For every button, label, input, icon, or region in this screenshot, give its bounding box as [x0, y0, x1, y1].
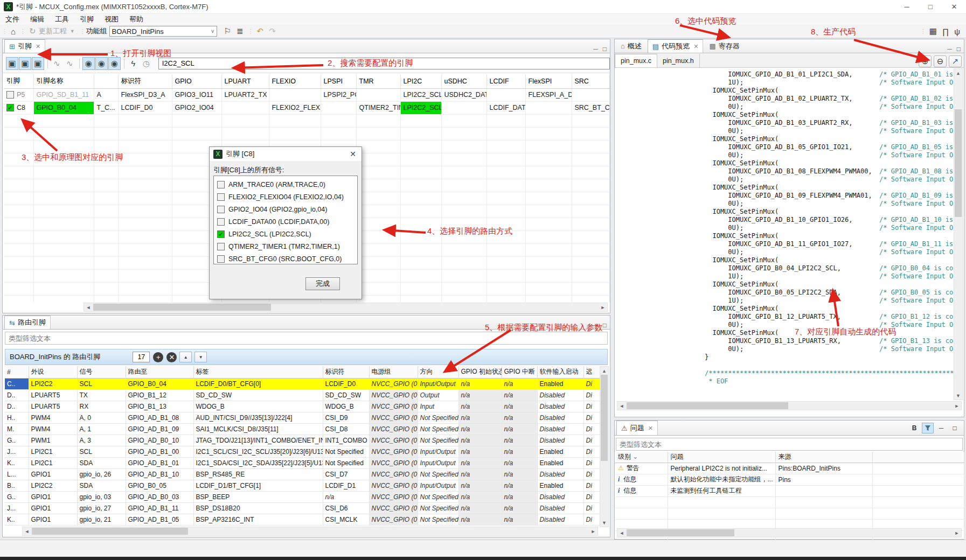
package-view-icon[interactable]: ▣ [6, 57, 18, 70]
export-code-icon[interactable]: ↗ [949, 55, 962, 67]
signal-option[interactable]: GPIO2_IO04 (GPIO2,gpio_io,04) [214, 203, 357, 215]
pins-column-header[interactable]: 引脚 [4, 74, 33, 88]
usb-icon[interactable]: ψ [951, 27, 963, 36]
scroll-right-icon[interactable]: ► [953, 530, 961, 536]
bolt-icon[interactable]: ϟ [127, 57, 140, 70]
scroll-left-icon[interactable]: ◄ [84, 305, 93, 310]
table-row[interactable]: K..GPIO1gpio_io, 21GPIO_AD_B1_05BSP_AP32… [5, 514, 601, 525]
code-hscrollbar[interactable]: ◄ ► [617, 401, 962, 410]
table-row[interactable]: P5GPIO_SD_B1_11AFlexSPI_D3_AGPIO3_IO11LP… [4, 88, 609, 101]
signal-checkbox[interactable] [217, 193, 225, 201]
table-row[interactable]: D..LPUART5TXGPIO_B1_12SD_CD_SWSD_CD_SWNV… [5, 389, 601, 401]
table-row[interactable]: K..LPI2C1SDAGPIO_AD_B1_01I2C1_SDA/CSI_I2… [5, 457, 601, 468]
flag-icon[interactable]: ⚐ [221, 26, 234, 36]
pins-column-header[interactable]: 引脚名称 [33, 74, 94, 88]
package-top-view-icon[interactable]: ▣ [19, 57, 31, 70]
redo-icon[interactable]: ↷ [266, 26, 279, 36]
routed-column-header[interactable]: GPIO 初始状态 [458, 366, 502, 378]
subtab-pin-mux-c[interactable]: pin_mux.c [615, 54, 657, 67]
maximize-view-icon[interactable]: □ [603, 45, 607, 53]
signal-checkbox[interactable] [217, 206, 225, 213]
routed-column-header[interactable]: 电源组 [369, 366, 418, 378]
pin-checkbox[interactable] [6, 91, 14, 99]
tab-code-preview[interactable]: ▤ 代码预览 ✕ [648, 39, 704, 53]
scroll-right-icon[interactable]: ► [589, 529, 597, 534]
pins-column-header[interactable]: TMR [356, 74, 400, 88]
pins-column-header[interactable] [94, 74, 118, 88]
maximize-view-icon[interactable]: □ [957, 45, 961, 53]
scroll-left-icon[interactable]: ◄ [23, 529, 31, 534]
routed-filter-input[interactable] [5, 332, 608, 345]
signal-checkbox[interactable] [217, 218, 225, 226]
pins-hscrollbar[interactable]: ◄ ► [84, 303, 608, 312]
routed-vscrollbar[interactable]: ▲ ▼ [600, 366, 609, 527]
table-row[interactable]: ✓C8GPIO_B0_04T_C...LCDIF_D0GPIO2_IO04FLE… [4, 101, 609, 114]
routed-column-header[interactable]: 外设 [29, 366, 77, 378]
menu-item-引脚[interactable]: 引脚 [74, 15, 99, 24]
table-row[interactable]: G..GPIO1gpio_io, 03GPIO_AD_B0_03BSP_BEEP… [5, 491, 601, 502]
pins-column-header[interactable]: LPUART [221, 74, 269, 88]
scroll-up-icon[interactable]: ▲ [600, 367, 608, 375]
zoom-in-icon[interactable]: ⊕ [919, 55, 932, 67]
update-dropdown-icon[interactable]: ▼ [67, 29, 78, 34]
move-down-button[interactable]: ▼ [194, 352, 207, 362]
menu-item-工具[interactable]: 工具 [50, 15, 74, 24]
clock-icon[interactable]: ◷ [140, 57, 152, 70]
scroll-left-icon[interactable]: ◄ [617, 403, 626, 409]
dialog-close-icon[interactable]: ✕ [350, 150, 362, 158]
table-row[interactable]: M.PWM4A, 1GPIO_AD_B1_09SAI1_MCLK/CSI_D8/… [5, 423, 601, 435]
signal-option[interactable]: FLEXIO2_FLEXIO04 (FLEXIO2,IO,04) [214, 191, 357, 203]
signal-option[interactable]: SRC_BT_CFG0 (SRC,BOOT_CFG,0) [214, 253, 357, 264]
pin-checkbox[interactable]: ✓ [6, 104, 14, 111]
tab-problems[interactable]: ⚠ 问题 ✕ [616, 421, 658, 435]
table-row[interactable]: C..LPI2C2SCLGPIO_B0_04LCDIF_D0/BT_CFG[0]… [5, 378, 601, 389]
rotate-right-icon[interactable]: ◉ [108, 57, 121, 70]
filter-funnel-icon[interactable] [922, 423, 934, 433]
routed-column-header[interactable]: 路由至 [126, 366, 193, 378]
routed-column-header[interactable]: GPIO 中断 [502, 366, 537, 378]
rotate-left-icon[interactable]: ◉ [82, 57, 95, 70]
minimize-view-icon[interactable]: ─ [935, 423, 947, 433]
tab-pins[interactable]: ⊞ 引脚 ✕ [4, 39, 45, 53]
remove-pin-button[interactable]: ✕ [166, 352, 177, 362]
menu-item-帮助[interactable]: 帮助 [124, 15, 149, 24]
table-row[interactable]: L...GPIO1gpio_io, 26GPIO_AD_B1_10BSP_RS4… [5, 468, 601, 480]
menu-item-编辑[interactable]: 编辑 [25, 15, 50, 24]
table-row[interactable]: i信息未监测到任何工具链工程 [615, 485, 964, 496]
close-icon[interactable]: ✕ [36, 43, 40, 50]
update-project-button[interactable]: 更新工程 [39, 26, 67, 36]
table-row[interactable]: D..LPUART5RXGPIO_B1_13WDOG_BWDOG_BNVCC_G… [5, 401, 601, 412]
done-button[interactable]: 完成 [305, 277, 340, 290]
problems-column-header[interactable]: 级别 ⌄ [615, 452, 668, 463]
pins-column-header[interactable]: uSDHC [441, 74, 487, 88]
tab-overview[interactable]: ⌂ 概述 [616, 39, 646, 53]
close-icon[interactable]: ✕ [648, 425, 653, 432]
minimize-view-icon[interactable]: ─ [947, 45, 952, 53]
table-row[interactable]: J...GPIO1gpio_io, 27GPIO_AD_B1_11BSP_DS1… [5, 502, 601, 514]
scroll-right-icon[interactable]: ► [953, 403, 961, 409]
scroll-left-icon[interactable]: ◄ [617, 530, 626, 536]
maximize-view-icon[interactable]: □ [949, 423, 961, 433]
routed-column-header[interactable]: 标签 [193, 366, 323, 378]
table-row[interactable]: ⚠警告Peripheral LPI2C2 is not initializ...… [615, 463, 964, 474]
signal-checkbox[interactable] [217, 243, 225, 250]
routed-column-header[interactable]: 软件输入启动 [537, 366, 583, 378]
move-up-button[interactable]: ▲ [179, 352, 192, 362]
pins-column-header[interactable]: GPIO [172, 74, 221, 88]
problems-column-header[interactable]: 问题 [668, 452, 775, 463]
close-icon[interactable]: ✕ [693, 43, 698, 50]
tab-routed-pins[interactable]: ⇆ 路由引脚 [4, 316, 51, 329]
routed-column-header[interactable]: 信号 [77, 366, 126, 378]
pins-column-header[interactable]: FLEXIO [269, 74, 321, 88]
add-pin-button[interactable]: + [153, 352, 163, 362]
problems-column-header[interactable]: 来源 [775, 452, 872, 463]
code-editor[interactable]: IOMUXC_GPIO_AD_B1_01_LPI2C1_SDA,/* GPIO_… [615, 68, 954, 400]
routed-hscrollbar[interactable]: ◄ ► [22, 527, 598, 536]
pin-search-input[interactable] [158, 58, 610, 69]
package-bottom-view-icon[interactable]: ▣ [32, 57, 44, 70]
tab-registers[interactable]: ▩ 寄存器 [705, 39, 743, 53]
maximize-view-icon[interactable]: □ [603, 321, 607, 329]
scroll-up-icon[interactable]: ▲ [954, 69, 962, 77]
function-group-select[interactable]: BOARD_InitPins ˅ [109, 26, 217, 37]
pins-column-header[interactable]: LPSPI [321, 74, 356, 88]
